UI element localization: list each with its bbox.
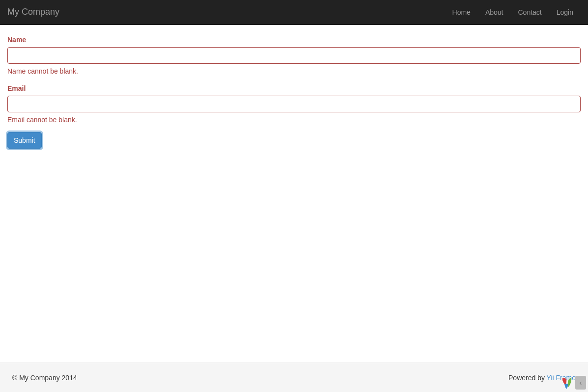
submit-button[interactable]: Submit: [7, 132, 42, 149]
form-group-name: Name Name cannot be blank.: [7, 35, 581, 76]
nav-list: Home About Contact Login: [445, 0, 581, 25]
brand-link[interactable]: My Company: [7, 0, 67, 26]
main-content: Name Name cannot be blank. Email Email c…: [0, 25, 588, 166]
nav-about[interactable]: About: [478, 0, 511, 25]
name-error: Name cannot be blank.: [7, 66, 581, 76]
email-error: Email cannot be blank.: [7, 115, 581, 125]
email-label: Email: [7, 83, 26, 93]
name-label: Name: [7, 35, 26, 45]
entry-form: Name Name cannot be blank. Email Email c…: [7, 35, 581, 149]
nav-home[interactable]: Home: [445, 0, 478, 25]
name-input[interactable]: [7, 47, 581, 64]
form-group-submit: Submit: [7, 132, 581, 149]
nav-login[interactable]: Login: [549, 0, 581, 25]
email-input[interactable]: [7, 96, 581, 112]
top-navbar: My Company Home About Contact Login: [0, 0, 588, 25]
form-group-email: Email Email cannot be blank.: [7, 83, 581, 125]
nav-contact[interactable]: Contact: [510, 0, 549, 25]
